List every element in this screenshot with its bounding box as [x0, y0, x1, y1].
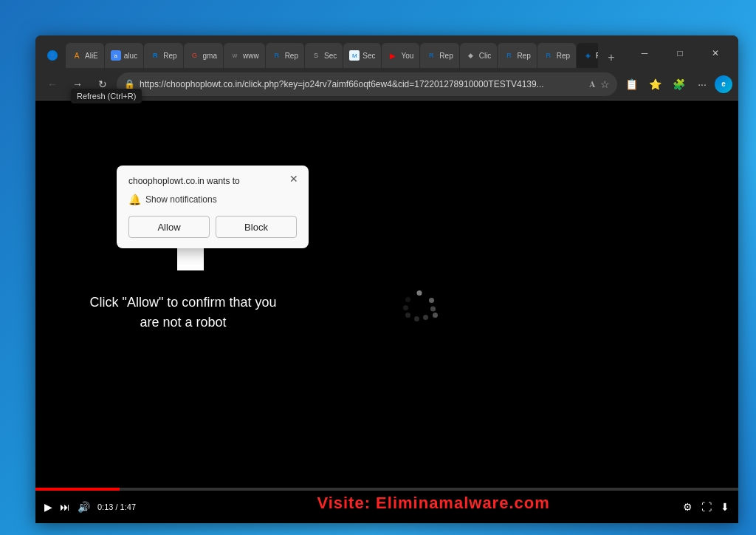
- video-controls: ▶ ⏭ 🔊 0:13 / 1:47 Visite: Eliminamalware…: [35, 491, 738, 523]
- tabs-row: A AliE a aluc R Rep G gma w www: [66, 35, 598, 68]
- tab-5[interactable]: w www: [224, 43, 265, 68]
- time-current: 0:13: [97, 502, 113, 511]
- refresh-button[interactable]: ↻ Refresh (Ctrl+R): [92, 73, 114, 95]
- instruction-line1: Click "Allow" to confirm that you: [80, 293, 286, 313]
- tab-favicon-5: w: [230, 50, 240, 61]
- toolbar-right-icons: 📋 ⭐ 🧩 ··· e: [620, 73, 732, 95]
- download-button[interactable]: ⬇: [721, 501, 729, 513]
- tab-favicon-3: R: [150, 50, 160, 61]
- tab-2[interactable]: a aluc: [105, 43, 143, 68]
- content-area: Click "Allow" to confirm that you are no…: [35, 100, 738, 523]
- popup-close-button[interactable]: ✕: [286, 171, 301, 186]
- next-button[interactable]: ⏭: [60, 501, 70, 513]
- desktop: 👤 A AliE a aluc R Rep G gma: [0, 0, 756, 535]
- tab-1[interactable]: A AliE: [66, 43, 104, 68]
- tab-favicon-11: ◆: [466, 50, 476, 61]
- account-icon[interactable]: 🧩: [667, 73, 690, 95]
- edge-profile-icon[interactable]: e: [715, 75, 732, 93]
- new-tab-button[interactable]: +: [601, 47, 622, 68]
- tab-favicon-2: a: [111, 50, 121, 61]
- tab-label-11: Clic: [479, 52, 492, 60]
- tab-11[interactable]: ◆ Clic: [460, 43, 498, 68]
- popup-permission-row: 🔔 Show notifications: [128, 194, 297, 205]
- tab-label-7: Sec: [324, 52, 337, 60]
- tab-label-8: Sec: [362, 52, 375, 60]
- video-right-controls: ⚙ ⛶ ⬇: [683, 501, 729, 513]
- tab-10[interactable]: R Rep: [420, 43, 458, 68]
- tab-label-5: www: [243, 52, 259, 60]
- tab-favicon-4: G: [190, 50, 200, 61]
- tab-3[interactable]: R Rep: [144, 43, 182, 68]
- tab-label-6: Rep: [285, 52, 298, 60]
- favorites-bar-icon[interactable]: ⭐: [644, 73, 666, 95]
- permission-label: Show notifications: [145, 194, 217, 205]
- window-controls: ─ □ ✕: [628, 43, 732, 64]
- more-tools-icon[interactable]: ···: [691, 73, 713, 95]
- back-button[interactable]: ←: [41, 73, 63, 95]
- tab-favicon-1: A: [72, 50, 82, 61]
- tab-8[interactable]: M Sec: [343, 43, 381, 68]
- tab-label-13: Rep: [557, 52, 570, 60]
- tab-favicon-6: R: [272, 50, 282, 61]
- notification-popup: ✕ choophoplowt.co.in wants to 🔔 Show not…: [117, 166, 309, 248]
- tab-favicon-12: R: [504, 50, 514, 61]
- time-total: 1:47: [120, 502, 136, 511]
- tab-favicon-7: S: [311, 50, 321, 61]
- volume-icon[interactable]: 🔊: [78, 501, 90, 513]
- watermark-text: Visite: Eliminamalware.com: [317, 494, 549, 513]
- refresh-tooltip: Refresh (Ctrl+R): [71, 89, 142, 103]
- profile-tab[interactable]: 👤: [41, 43, 65, 68]
- title-bar: 👤 A AliE a aluc R Rep G gma: [35, 35, 738, 68]
- instruction-text: Click "Allow" to confirm that you are no…: [80, 293, 286, 333]
- tab-label-2: aluc: [124, 52, 137, 60]
- popup-title: choophoplowt.co.in wants to: [128, 176, 297, 186]
- tab-label-12: Rep: [517, 52, 530, 60]
- tab-14-active[interactable]: ◈ Rep ✕: [577, 43, 598, 68]
- tab-12[interactable]: R Rep: [498, 43, 536, 68]
- maximize-button[interactable]: □: [663, 43, 697, 64]
- close-button[interactable]: ✕: [698, 43, 732, 64]
- block-button[interactable]: Block: [216, 216, 297, 238]
- time-display: 0:13 / 1:47: [97, 502, 136, 511]
- address-bar-input[interactable]: [140, 79, 585, 89]
- tab-favicon-14: ◈: [583, 50, 593, 61]
- tab-favicon-10: R: [426, 50, 436, 61]
- tab-favicon-8: M: [349, 50, 360, 61]
- tab-label-14: Rep: [596, 52, 598, 60]
- collections-icon[interactable]: 📋: [620, 73, 642, 95]
- favorites-icon[interactable]: ☆: [600, 78, 610, 90]
- tab-4[interactable]: G gma: [184, 43, 223, 68]
- tab-label-3: Rep: [163, 52, 176, 60]
- reader-view-icon[interactable]: 𝐀: [589, 79, 596, 89]
- tab-label-4: gma: [203, 52, 217, 60]
- minimize-button[interactable]: ─: [628, 43, 662, 64]
- bell-icon: 🔔: [128, 194, 141, 205]
- settings-button[interactable]: ⚙: [683, 501, 693, 513]
- popup-buttons: Allow Block: [128, 216, 297, 238]
- tab-13[interactable]: R Rep: [537, 43, 576, 68]
- loading-spinner: [401, 290, 438, 327]
- browser-window: 👤 A AliE a aluc R Rep G gma: [35, 35, 738, 523]
- instruction-line2: are not a robot: [80, 313, 286, 333]
- tab-label-9: You: [401, 52, 413, 60]
- play-button[interactable]: ▶: [44, 501, 52, 513]
- lock-icon: 🔒: [124, 79, 135, 89]
- profile-favicon: 👤: [47, 50, 58, 61]
- tab-7[interactable]: S Sec: [305, 43, 343, 68]
- tab-9[interactable]: ▶ You: [382, 43, 419, 68]
- fullscreen-button[interactable]: ⛶: [701, 501, 712, 513]
- toolbar: ← → ↻ Refresh (Ctrl+R) 🔒 𝐀 ☆ 📋 ⭐ 🧩 ··· e: [35, 68, 738, 100]
- tab-favicon-13: R: [543, 50, 554, 61]
- tab-label-1: AliE: [85, 52, 98, 60]
- allow-button[interactable]: Allow: [128, 216, 210, 238]
- tab-label-10: Rep: [439, 52, 453, 60]
- tab-6[interactable]: R Rep: [266, 43, 304, 68]
- address-bar-container[interactable]: 🔒 𝐀 ☆: [117, 72, 617, 96]
- tab-favicon-9: ▶: [388, 50, 398, 61]
